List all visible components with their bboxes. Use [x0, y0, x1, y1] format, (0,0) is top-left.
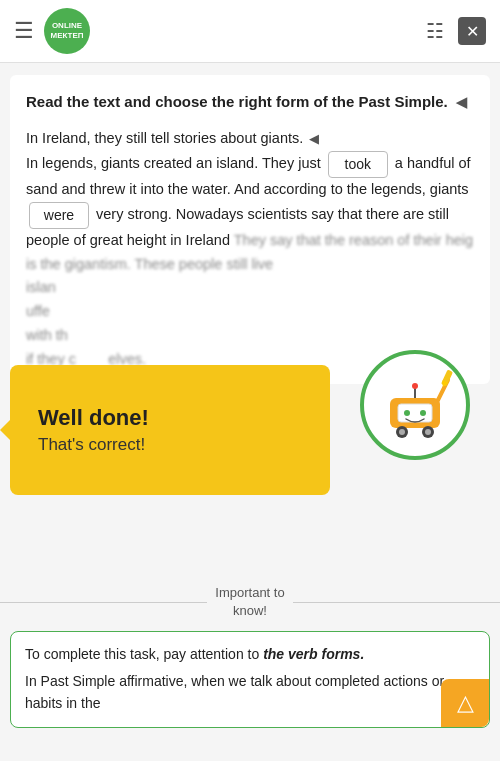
- info-box: To complete this task, pay attention to …: [10, 631, 490, 728]
- mascot: [360, 350, 480, 470]
- well-done-box: Well done! That's correct!: [10, 365, 330, 495]
- info-line1: To complete this task, pay attention to …: [25, 644, 475, 666]
- info-line2: In Past Simple affirmative, when we talk…: [25, 671, 475, 714]
- instruction-label: Read the text and choose the right form …: [26, 93, 448, 110]
- blurred-line2: uffe: [26, 303, 50, 319]
- divider-section: Important to know!: [0, 584, 500, 620]
- important-line1: Important to: [215, 585, 284, 600]
- svg-point-12: [412, 383, 418, 389]
- svg-point-3: [420, 410, 426, 416]
- warning-button[interactable]: △: [441, 679, 489, 727]
- logo: ONLINE МЕКТЕП: [44, 8, 90, 54]
- blurred-text-1: They say that the reason of their heig: [234, 232, 473, 248]
- blurred-text-2: is the gigantism. These people still liv…: [26, 256, 273, 272]
- well-done-overlay: Well done! That's correct!: [0, 340, 500, 520]
- divider-label: Important to know!: [215, 584, 284, 620]
- text-body: In Ireland, they still tell stories abou…: [26, 127, 474, 373]
- para2: In legends, giants created an island. Th…: [26, 155, 321, 171]
- svg-rect-1: [398, 404, 432, 422]
- info-text1: To complete this task, pay attention to: [25, 646, 263, 662]
- answer-took: took: [328, 151, 388, 178]
- well-done-subtitle: That's correct!: [38, 435, 330, 455]
- close-button[interactable]: ✕: [458, 17, 486, 45]
- answer-were: were: [29, 202, 89, 229]
- blurred-line1: islan: [26, 279, 56, 295]
- divider-line-right: [293, 602, 500, 604]
- important-line2: know!: [233, 603, 267, 618]
- logo-line1: ONLINE: [52, 21, 82, 31]
- instruction-audio-icon[interactable]: ◀: [456, 94, 467, 110]
- hamburger-icon[interactable]: ☰: [14, 18, 34, 44]
- grid-icon[interactable]: ☷: [426, 19, 444, 43]
- main-content: Read the text and choose the right form …: [10, 75, 490, 384]
- svg-point-5: [399, 429, 405, 435]
- audio-inline-icon[interactable]: ◀: [309, 131, 319, 146]
- well-done-title: Well done!: [38, 405, 330, 431]
- header-icons: ☷ ✕: [426, 17, 486, 45]
- info-bold: the verb forms.: [263, 646, 364, 662]
- para1: In Ireland, they still tell stories abou…: [26, 130, 303, 146]
- mascot-svg: [370, 360, 460, 450]
- logo-line2: МЕКТЕП: [50, 31, 83, 41]
- header: ☰ ONLINE МЕКТЕП ☷ ✕: [0, 0, 500, 63]
- header-left: ☰ ONLINE МЕКТЕП: [14, 8, 90, 54]
- instruction-text: Read the text and choose the right form …: [26, 91, 474, 113]
- divider-line-left: [0, 602, 207, 604]
- info-text2: In Past Simple affirmative, when we talk…: [25, 673, 444, 711]
- svg-point-7: [425, 429, 431, 435]
- svg-point-2: [404, 410, 410, 416]
- mascot-circle: [360, 350, 470, 460]
